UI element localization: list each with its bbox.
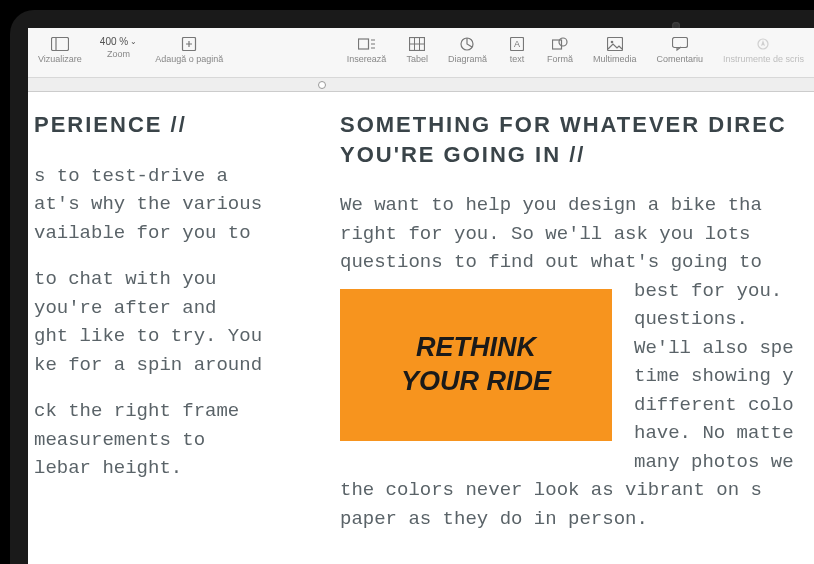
text-button[interactable]: A text: [507, 36, 527, 64]
shape-button[interactable]: Formă: [547, 36, 573, 64]
chart-button[interactable]: Diagramă: [448, 36, 487, 64]
svg-point-17: [559, 38, 567, 46]
zoom-dropdown[interactable]: 400 % ⌄ Zoom: [100, 36, 137, 64]
tools-label: Instrumente de scris: [723, 54, 804, 64]
toolbar: Vizualizare 400 % ⌄ Zoom Adaugă o pagină: [28, 28, 814, 78]
comment-label: Comentariu: [656, 54, 703, 64]
left-heading: PERIENCE //: [34, 110, 308, 140]
right-paragraph: We want to help you design a bike tha ri…: [340, 191, 814, 533]
callout-text: RETHINK YOUR RIDE: [401, 331, 551, 399]
tools-button[interactable]: Instrumente de scris: [723, 36, 804, 64]
insert-label: Inserează: [347, 54, 387, 64]
left-paragraph-2: to chat with you you're after and ght li…: [34, 265, 308, 379]
svg-rect-18: [607, 38, 622, 51]
comment-icon: [670, 36, 690, 52]
insert-button[interactable]: Inserează: [347, 36, 387, 64]
ruler[interactable]: [28, 78, 814, 92]
svg-rect-0: [51, 38, 68, 51]
view-button[interactable]: Vizualizare: [38, 36, 82, 64]
add-page-button[interactable]: Adaugă o pagină: [155, 36, 223, 64]
document-canvas[interactable]: PERIENCE // s to test-drive a at's why t…: [28, 92, 814, 564]
media-label: Multimedia: [593, 54, 637, 64]
shape-icon: [550, 36, 570, 52]
media-icon: [605, 36, 625, 52]
svg-rect-20: [672, 38, 687, 48]
media-button[interactable]: Multimedia: [593, 36, 637, 64]
text-icon: A: [507, 36, 527, 52]
text-label: text: [510, 54, 525, 64]
svg-point-19: [610, 41, 613, 44]
view-label: Vizualizare: [38, 54, 82, 64]
add-page-label: Adaugă o pagină: [155, 54, 223, 64]
insert-icon: [357, 36, 377, 52]
right-heading: SOMETHING FOR WHATEVER DIREC YOU'RE GOIN…: [340, 110, 814, 169]
svg-rect-5: [358, 39, 368, 49]
add-page-icon: [179, 36, 199, 52]
tools-icon: [753, 36, 773, 52]
shape-label: Formă: [547, 54, 573, 64]
chart-label: Diagramă: [448, 54, 487, 64]
callout-box[interactable]: RETHINK YOUR RIDE: [340, 289, 612, 441]
table-button[interactable]: Tabel: [406, 36, 428, 64]
comment-button[interactable]: Comentariu: [656, 36, 703, 64]
zoom-label: Zoom: [107, 49, 130, 59]
left-paragraph-1: s to test-drive a at's why the various v…: [34, 162, 308, 248]
zoom-value: 400 %: [100, 36, 128, 47]
svg-text:A: A: [514, 39, 520, 49]
chart-icon: [457, 36, 477, 52]
table-label: Tabel: [406, 54, 428, 64]
chevron-down-icon: ⌄: [130, 37, 137, 46]
left-paragraph-3: ck the right frame measurements to lebar…: [34, 397, 308, 483]
table-icon: [407, 36, 427, 52]
ruler-marker[interactable]: [318, 81, 326, 89]
view-icon: [50, 36, 70, 52]
